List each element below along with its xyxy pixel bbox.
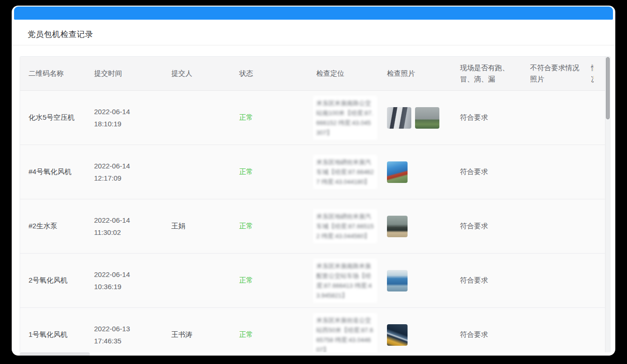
cell-photos	[379, 107, 452, 129]
cell-status: 正常	[231, 113, 308, 122]
cell-photos	[379, 161, 452, 183]
cell-leak-check: 符合要求	[452, 113, 522, 122]
location-redacted-text: 米东区米泉街道公交站西50米【经度:87.665758 纬度:43.044607…	[313, 313, 377, 353]
column-header-submit-time: 提交时间	[86, 68, 163, 79]
cell-location: 米东区地磅街米泉汽车城【经度:87.665152 纬度:43.044560】	[308, 209, 379, 243]
inspection-photo-thumbnail[interactable]	[387, 270, 408, 291]
cell-qr-name: 2号氧化风机	[20, 276, 86, 285]
table-header-row: 二维码名称 提交时间 提交人 状态 检查定位 检查照片 现场是否有跑、冒、滴、漏…	[20, 57, 610, 91]
inspection-table: 二维码名称 提交时间 提交人 状态 检查定位 检查照片 现场是否有跑、冒、滴、漏…	[20, 56, 611, 353]
cell-status: 正常	[231, 167, 308, 176]
table-row: 1号氧化风机 2022-06-13 17:46:35 王书涛 正常 米东区米泉街…	[20, 308, 610, 353]
inspection-photo-thumbnail[interactable]	[415, 107, 439, 129]
cell-qr-name: 化水5号空压机	[20, 113, 86, 122]
cell-location: 米东区米泉南路米泉配套公交站车场【经度:87.666413 纬度:43.9458…	[308, 259, 379, 303]
location-redacted-text: 米东区地磅街米泉汽车城【经度:87.665152 纬度:43.044560】	[313, 209, 377, 243]
cell-photos	[379, 270, 452, 291]
cell-leak-check: 符合要求	[452, 222, 522, 231]
cell-submitter: 王娟	[163, 222, 231, 231]
location-redacted-text: 米东区米泉南路米泉配套公交站车场【经度:87.666413 纬度:43.9458…	[313, 259, 377, 303]
location-redacted-text: 米东区米泉南路公交站南100米【经度:87.666152 纬度:43.04530…	[313, 96, 377, 140]
cell-status: 正常	[231, 222, 308, 231]
submit-clock: 10:36:19	[94, 281, 163, 293]
cell-qr-name: #4号氧化风机	[20, 167, 86, 176]
status-text: 正常	[239, 330, 253, 338]
cell-submit-time: 2022-06-14 12:17:09	[86, 160, 163, 184]
vertical-scrollbar[interactable]	[605, 57, 610, 352]
vertical-scrollbar-thumb[interactable]	[606, 57, 610, 119]
cell-submit-time: 2022-06-13 17:46:35	[86, 323, 163, 347]
cell-location: 米东区地磅街米泉汽车城【经度:87.664627 纬度:43.044180】	[308, 155, 379, 189]
status-text: 正常	[239, 276, 253, 284]
cell-location: 米东区米泉街道公交站西50米【经度:87.665758 纬度:43.044607…	[308, 313, 379, 353]
cell-qr-name: 1号氧化风机	[20, 330, 86, 339]
submit-date: 2022-06-14	[94, 214, 163, 226]
table-row: #2生水泵 2022-06-14 11:30:02 王娟 正常 米东区地磅街米泉…	[20, 199, 610, 254]
horizontal-scrollbar-thumb[interactable]	[20, 352, 90, 356]
table-row: #4号氧化风机 2022-06-14 12:17:09 正常 米东区地磅街米泉汽…	[20, 145, 610, 199]
title-divider	[12, 45, 615, 45]
inspection-photo-thumbnail[interactable]	[387, 161, 408, 183]
horizontal-scrollbar[interactable]	[20, 352, 610, 356]
location-redacted-text: 米东区地磅街米泉汽车城【经度:87.664627 纬度:43.044180】	[313, 155, 377, 189]
column-header-status: 状态	[231, 68, 308, 79]
cell-leak-check: 符合要求	[452, 167, 522, 176]
inspection-photo-thumbnail[interactable]	[387, 107, 411, 129]
submit-clock: 11:30:02	[94, 226, 163, 239]
cell-photos	[379, 216, 452, 237]
cell-submit-time: 2022-06-14 11:30:02	[86, 214, 163, 239]
table-row: 2号氧化风机 2022-06-14 10:36:19 正常 米东区米泉南路米泉配…	[20, 254, 610, 308]
inspection-photo-thumbnail[interactable]	[387, 324, 408, 346]
cell-submitter: 王书涛	[163, 330, 231, 339]
submit-clock: 17:46:35	[94, 335, 163, 347]
submit-clock: 12:17:09	[94, 172, 163, 184]
submit-clock: 18:10:19	[94, 118, 163, 130]
status-text: 正常	[239, 167, 253, 175]
column-header-noncompliance-photos: 不符合要求情况照片	[522, 62, 591, 85]
cell-status: 正常	[231, 276, 308, 285]
column-header-qr-name: 二维码名称	[20, 68, 86, 79]
cell-submit-time: 2022-06-14 18:10:19	[86, 106, 163, 130]
cell-submit-time: 2022-06-14 10:36:19	[86, 269, 163, 293]
cell-photos	[379, 324, 452, 346]
cell-leak-check: 符合要求	[452, 276, 522, 285]
page-title: 党员包机检查记录	[28, 29, 93, 40]
status-text: 正常	[239, 113, 253, 121]
inspection-photo-thumbnail[interactable]	[387, 216, 408, 237]
status-text: 正常	[239, 222, 253, 230]
table-row: 化水5号空压机 2022-06-14 18:10:19 正常 米东区米泉南路公交…	[20, 91, 610, 145]
cell-location: 米东区米泉南路公交站南100米【经度:87.666152 纬度:43.04530…	[308, 96, 379, 140]
cell-leak-check: 符合要求	[452, 330, 522, 339]
submit-date: 2022-06-13	[94, 323, 163, 335]
column-header-location: 检查定位	[308, 68, 379, 79]
column-header-clipped: 情况	[591, 62, 594, 85]
app-window: 党员包机检查记录 二维码名称 提交时间 提交人 状态 检查定位 检查照片 现场是…	[12, 6, 615, 356]
submit-date: 2022-06-14	[94, 160, 163, 172]
cell-qr-name: #2生水泵	[20, 222, 86, 231]
screen-background: 党员包机检查记录 二维码名称 提交时间 提交人 状态 检查定位 检查照片 现场是…	[0, 0, 627, 364]
column-header-submitter: 提交人	[163, 68, 231, 79]
submit-date: 2022-06-14	[94, 269, 163, 281]
column-header-leak-check: 现场是否有跑、冒、滴、漏	[452, 62, 522, 85]
window-titlebar	[14, 7, 613, 20]
submit-date: 2022-06-14	[94, 106, 163, 118]
column-header-photos: 检查照片	[379, 68, 452, 79]
cell-status: 正常	[231, 330, 308, 339]
